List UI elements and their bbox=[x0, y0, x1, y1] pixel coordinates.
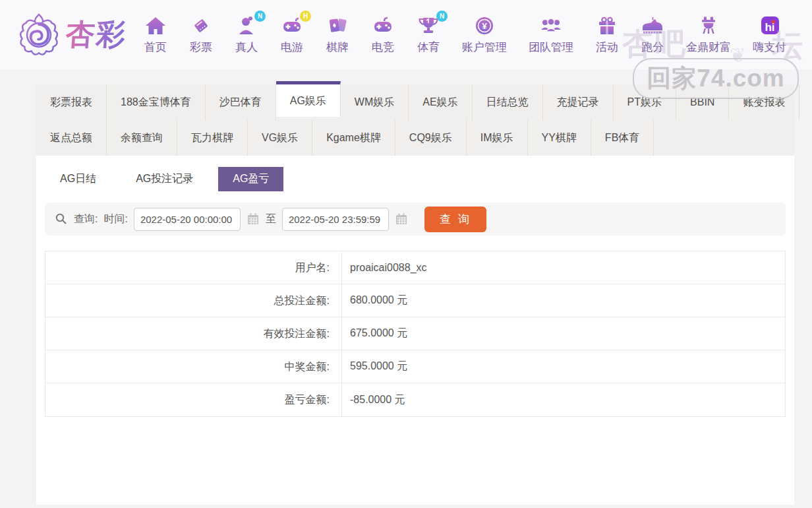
report-tab[interactable]: WM娱乐 bbox=[341, 84, 409, 120]
nav-item-label: 彩票 bbox=[190, 40, 212, 55]
nav-item[interactable]: 首页 bbox=[144, 15, 167, 55]
table-row: 有效投注金额: 675.0000 元 bbox=[45, 317, 785, 350]
sub-tab[interactable]: AG盈亏 bbox=[218, 167, 283, 191]
sub-tab[interactable]: AG日结 bbox=[45, 167, 111, 191]
report-tab[interactable]: PT娱乐 bbox=[614, 84, 676, 120]
nav-item-label: 账户管理 bbox=[462, 40, 507, 55]
nav-item[interactable]: 活动 bbox=[595, 15, 619, 55]
row-label: 有效投注金额: bbox=[45, 317, 342, 350]
report-tab[interactable]: FB体育 bbox=[591, 120, 654, 156]
main-panel: 彩票报表 188金宝博体育 沙巴体育 AG娱乐 WM娱乐 AE娱乐 日结总览 充… bbox=[36, 84, 794, 505]
report-tab[interactable]: 余额查询 bbox=[107, 120, 177, 156]
report-tab[interactable]: IM娱乐 bbox=[467, 120, 528, 156]
report-tab[interactable]: 账变报表 bbox=[729, 84, 799, 120]
logo-emblem-icon bbox=[17, 12, 61, 58]
report-tab[interactable]: AE娱乐 bbox=[409, 84, 472, 120]
main-nav: 首页 彩票 N 真人 H bbox=[144, 15, 786, 55]
nav-item[interactable]: 电竞 bbox=[371, 15, 395, 55]
query-label: 查询: bbox=[74, 212, 98, 226]
nav-item-label: 棋牌 bbox=[326, 40, 349, 55]
report-tab[interactable]: AG娱乐 bbox=[276, 81, 341, 117]
nav-item[interactable]: 金鼎财富 bbox=[686, 15, 731, 55]
brand-name: 杏彩 bbox=[65, 15, 128, 54]
new-badge: N bbox=[436, 11, 448, 22]
report-tab[interactable]: 转账报表 bbox=[799, 84, 812, 120]
row-value: 675.0000 元 bbox=[342, 327, 407, 340]
nav-item[interactable]: 嗨支付 bbox=[753, 15, 786, 55]
cards-icon bbox=[326, 15, 349, 36]
new-badge: N bbox=[254, 11, 266, 22]
to-separator: 至 bbox=[266, 212, 276, 226]
hi-pay-icon bbox=[758, 15, 782, 36]
nav-item[interactable]: N 体育 bbox=[417, 15, 440, 55]
nav-item[interactable]: 彩票 bbox=[189, 15, 213, 55]
brand-logo[interactable]: 杏彩 bbox=[17, 12, 127, 58]
datetime-to-input[interactable] bbox=[282, 208, 389, 231]
report-tabstrip: 彩票报表 188金宝博体育 沙巴体育 AG娱乐 WM娱乐 AE娱乐 日结总览 充… bbox=[36, 84, 794, 156]
report-tab[interactable]: 瓦力棋牌 bbox=[177, 120, 248, 156]
datetime-from-input[interactable] bbox=[134, 208, 241, 231]
sub-tabs: AG日结 AG投注记录 AG盈亏 bbox=[36, 167, 794, 191]
query-button[interactable]: 查 询 bbox=[424, 206, 486, 232]
row-value: proaicai0088_xc bbox=[342, 262, 427, 274]
nav-item-label: 金鼎财富 bbox=[686, 40, 731, 55]
nav-item-label: 跑分 bbox=[641, 40, 664, 55]
ticket-icon bbox=[189, 15, 213, 36]
nav-item-label: 体育 bbox=[417, 40, 440, 55]
team-icon bbox=[539, 15, 563, 36]
row-value: -85.0000 元 bbox=[342, 393, 405, 407]
report-tab[interactable]: Kgame棋牌 bbox=[312, 120, 395, 156]
calendar-icon[interactable] bbox=[246, 212, 260, 226]
search-icon bbox=[55, 212, 68, 226]
time-label: 时间: bbox=[103, 212, 127, 226]
nav-item[interactable]: 团队管理 bbox=[529, 15, 573, 55]
rhino-icon bbox=[641, 15, 664, 36]
report-tab[interactable]: BBIN bbox=[676, 84, 729, 120]
report-tab[interactable]: 返点总额 bbox=[36, 120, 107, 156]
ding-icon bbox=[697, 15, 720, 36]
report-tab[interactable]: YY棋牌 bbox=[528, 120, 591, 156]
row-label: 总投注金额: bbox=[45, 284, 342, 317]
nav-item[interactable]: N 真人 bbox=[235, 15, 258, 55]
nav-item[interactable]: 账户管理 bbox=[462, 15, 507, 55]
report-tab[interactable]: 彩票报表 bbox=[36, 84, 107, 120]
tab-row-2: 返点总额 余额查询 瓦力棋牌 VG娱乐 Kgame棋牌 CQ9娱乐 IM娱乐 Y… bbox=[36, 120, 794, 156]
table-row: 中奖金额: 595.0000 元 bbox=[45, 350, 785, 383]
nav-item-label: 电游 bbox=[281, 40, 303, 55]
nav-item-label: 真人 bbox=[235, 40, 258, 55]
row-label: 盈亏金额: bbox=[45, 383, 342, 416]
report-tab[interactable]: 日结总览 bbox=[473, 84, 543, 120]
report-tab[interactable]: CQ9娱乐 bbox=[395, 120, 467, 156]
row-label: 用户名: bbox=[45, 251, 342, 284]
gamepad-icon: H bbox=[280, 15, 304, 36]
report-tab[interactable]: 沙巴体育 bbox=[206, 84, 276, 120]
sub-tab[interactable]: AG投注记录 bbox=[121, 167, 208, 191]
row-value: 595.0000 元 bbox=[342, 360, 407, 373]
live-person-icon: N bbox=[235, 15, 258, 36]
table-row: 盈亏金额: -85.0000 元 bbox=[45, 383, 785, 416]
nav-item[interactable]: H 电游 bbox=[280, 15, 304, 55]
trophy-icon: N bbox=[417, 15, 440, 36]
report-tab[interactable]: VG娱乐 bbox=[248, 120, 312, 156]
nav-item-label: 首页 bbox=[144, 40, 167, 55]
esports-icon bbox=[371, 15, 395, 36]
table-row: 用户名: proaicai0088_xc bbox=[45, 251, 785, 284]
home-icon bbox=[144, 15, 167, 36]
report-tab[interactable]: 188金宝博体育 bbox=[107, 84, 206, 120]
row-value: 680.0000 元 bbox=[342, 294, 407, 307]
table-row: 总投注金额: 680.0000 元 bbox=[45, 284, 785, 317]
profit-report-table: 用户名: proaicai0088_xc 总投注金额: 680.0000 元 有… bbox=[45, 251, 786, 417]
nav-item[interactable]: 跑分 bbox=[641, 15, 664, 55]
gift-icon bbox=[595, 15, 619, 36]
row-label: 中奖金额: bbox=[45, 350, 342, 383]
content-area: AG日结 AG投注记录 AG盈亏 查询: 时间: 至 查 询 用户名: proa… bbox=[36, 156, 794, 505]
nav-item[interactable]: 棋牌 bbox=[326, 15, 349, 55]
query-bar: 查询: 时间: 至 查 询 bbox=[45, 203, 786, 236]
nav-item-label: 电竞 bbox=[372, 40, 394, 55]
top-header: 杏彩 首页 彩票 N bbox=[0, 0, 812, 69]
nav-item-label: 团队管理 bbox=[529, 40, 573, 55]
calendar-icon[interactable] bbox=[395, 212, 408, 226]
report-tab[interactable]: 充提记录 bbox=[543, 84, 614, 120]
nav-item-label: 活动 bbox=[596, 40, 618, 55]
tab-row-1: 彩票报表 188金宝博体育 沙巴体育 AG娱乐 WM娱乐 AE娱乐 日结总览 充… bbox=[36, 84, 794, 120]
